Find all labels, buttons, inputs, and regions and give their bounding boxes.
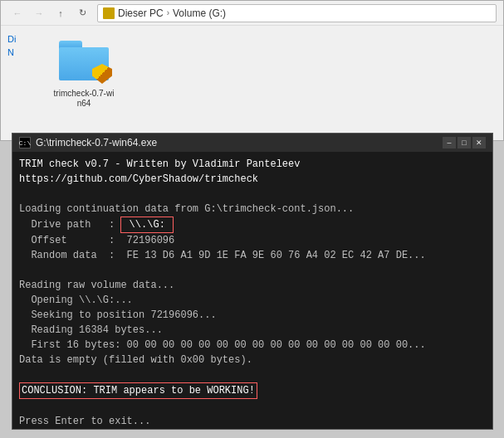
cmd-maximize-button[interactable]: □	[458, 137, 471, 148]
chevron-icon: ›	[167, 8, 169, 17]
cmd-line-18: Press Enter to exit...	[19, 414, 486, 429]
explorer-window: ← → ↑ ↻ Dieser PC › Volume (G:) Di N	[0, 0, 504, 141]
explorer-content: Di N trimcheck-0.7-wi n64	[1, 26, 503, 119]
cmd-line-15	[19, 367, 486, 382]
cmd-window-controls: – □ ✕	[443, 137, 486, 148]
cmd-window: C:\ G:\trimcheck-0.7-win64.exe – □ ✕ TRI…	[12, 133, 493, 430]
cmd-line-17	[19, 399, 486, 414]
up-button[interactable]: ↑	[51, 3, 71, 23]
shield-icon	[92, 64, 112, 84]
cmd-line-4: Loading continuation data from G:\trimch…	[19, 202, 486, 217]
cmd-line-11: Seeking to position 72196096...	[19, 308, 486, 323]
cmd-line-6: Offset : 72196096	[19, 233, 486, 248]
cmd-line-5: Drive path : \\.\G:	[19, 217, 486, 233]
cmd-title-group: C:\ G:\trimcheck-0.7-win64.exe	[19, 137, 157, 148]
cmd-line-9: Reading raw volume data...	[19, 278, 486, 293]
cmd-line-14: Data is empty (filled with 0x00 bytes).	[19, 353, 486, 367]
cmd-line-12: Reading 16384 bytes...	[19, 323, 486, 338]
file-icon-container	[57, 34, 110, 87]
folder-graphic	[59, 41, 109, 80]
refresh-button[interactable]: ↻	[72, 3, 92, 23]
sidebar-item-di[interactable]: Di	[4, 32, 46, 46]
explorer-titlebar: ← → ↑ ↻ Dieser PC › Volume (G:)	[1, 1, 503, 26]
file-area: trimcheck-0.7-wi n64	[46, 29, 500, 115]
cmd-titlebar: C:\ G:\trimcheck-0.7-win64.exe – □ ✕	[12, 134, 492, 152]
cmd-line-1: TRIM check v0.7 - Written by Vladimir Pa…	[19, 157, 486, 172]
cmd-line-8	[19, 263, 486, 278]
file-item-trimcheck[interactable]: trimcheck-0.7-wi n64	[51, 34, 117, 109]
address-part2: Volume (G:)	[173, 7, 226, 19]
cmd-line-7: Random data : FE 13 D6 A1 9D 1E FA 9E 60…	[19, 248, 486, 263]
sidebar-nav: Di N	[4, 29, 46, 115]
sidebar-item-n[interactable]: N	[4, 46, 46, 59]
address-part1: Dieser PC	[118, 7, 164, 19]
cmd-body: TRIM check v0.7 - Written by Vladimir Pa…	[12, 152, 492, 431]
conclusion-line: CONCLUSION: TRIM appears to be WORKING!	[19, 382, 257, 399]
nav-buttons: ← → ↑ ↻	[7, 3, 92, 23]
cmd-app-icon: C:\	[19, 137, 31, 148]
file-label: trimcheck-0.7-wi n64	[51, 89, 117, 109]
cmd-close-button[interactable]: ✕	[472, 137, 486, 148]
drivepath-highlight: \\.\G:	[120, 217, 174, 233]
back-button[interactable]: ←	[7, 3, 27, 23]
cmd-title-text: G:\trimcheck-0.7-win64.exe	[36, 137, 157, 148]
cmd-line-3	[19, 187, 486, 202]
conclusion-container: CONCLUSION: TRIM appears to be WORKING!	[19, 382, 486, 399]
address-bar[interactable]: Dieser PC › Volume (G:)	[97, 4, 497, 22]
cmd-minimize-button[interactable]: –	[443, 137, 456, 148]
cmd-line-10: Opening \\.\G:...	[19, 293, 486, 308]
folder-icon-small	[103, 7, 115, 19]
forward-button[interactable]: →	[29, 3, 49, 23]
cmd-line-13: First 16 bytes: 00 00 00 00 00 00 00 00 …	[19, 338, 486, 353]
cmd-line-2: https://github.com/CyberShadow/trimcheck	[19, 172, 486, 187]
shield-overlay	[92, 64, 112, 84]
